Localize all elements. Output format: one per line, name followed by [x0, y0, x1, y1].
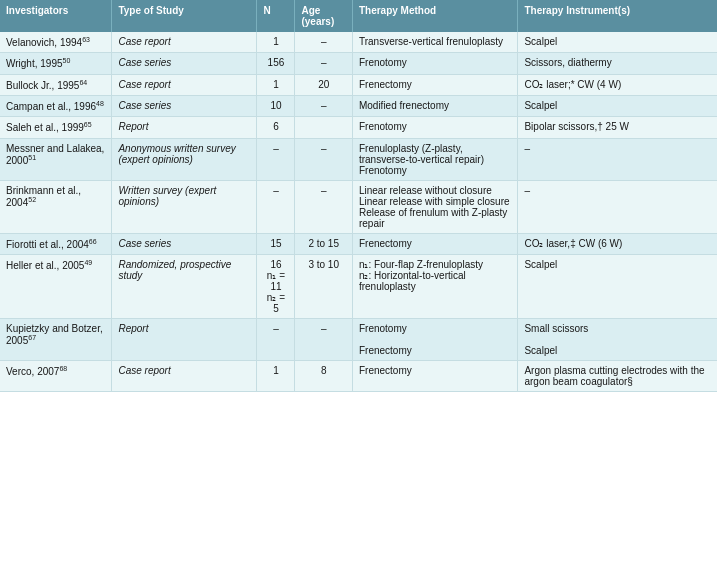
- col-header-age: Age (years): [295, 0, 352, 32]
- therapy-instrument-cell: Argon plasma cutting electrodes with the…: [518, 360, 717, 391]
- therapy-method-cell: Linear release without closure Linear re…: [352, 180, 518, 233]
- n-cell: 6: [257, 117, 295, 138]
- age-cell: 8: [295, 360, 352, 391]
- table-row: Messner and Lalakea, 200051Anonymous wri…: [0, 138, 717, 180]
- therapy-method-cell: Frenotomy Frenectomy: [352, 318, 518, 360]
- therapy-method-cell: Modified frenectomy: [352, 95, 518, 116]
- investigator-cell: Messner and Lalakea, 200051: [0, 138, 112, 180]
- study-type-cell: Case series: [112, 53, 257, 74]
- study-type-cell: Case series: [112, 233, 257, 254]
- study-type-cell: Anonymous written survey (expert opinion…: [112, 138, 257, 180]
- table-row: Brinkmann et al., 200452Written survey (…: [0, 180, 717, 233]
- therapy-method-cell: Frenectomy: [352, 360, 518, 391]
- investigator-cell: Velanovich, 199463: [0, 32, 112, 53]
- therapy-instrument-cell: Scalpel: [518, 95, 717, 116]
- age-cell: 2 to 15: [295, 233, 352, 254]
- investigator-cell: Saleh et al., 199965: [0, 117, 112, 138]
- table-row: Bullock Jr., 199564Case report120Frenect…: [0, 74, 717, 95]
- study-type-cell: Case report: [112, 360, 257, 391]
- table-row: Heller et al., 200549Randomized, prospec…: [0, 254, 717, 318]
- therapy-instrument-cell: CO₂ laser;* CW (4 W): [518, 74, 717, 95]
- study-type-cell: Randomized, prospective study: [112, 254, 257, 318]
- col-header-investigators: Investigators: [0, 0, 112, 32]
- age-cell: –: [295, 180, 352, 233]
- n-cell: 10: [257, 95, 295, 116]
- table-row: Velanovich, 199463Case report1–Transvers…: [0, 32, 717, 53]
- n-cell: –: [257, 138, 295, 180]
- investigator-cell: Campan et al., 199648: [0, 95, 112, 116]
- age-cell: –: [295, 53, 352, 74]
- investigator-cell: Kupietzky and Botzer, 200567: [0, 318, 112, 360]
- n-cell: 1: [257, 74, 295, 95]
- study-type-cell: Case series: [112, 95, 257, 116]
- n-cell: 1: [257, 360, 295, 391]
- study-type-cell: Written survey (expert opinions): [112, 180, 257, 233]
- n-cell: 15: [257, 233, 295, 254]
- n-cell: –: [257, 318, 295, 360]
- therapy-instrument-cell: –: [518, 138, 717, 180]
- therapy-method-cell: Frenotomy: [352, 53, 518, 74]
- table-row: Verco, 200768Case report18FrenectomyArgo…: [0, 360, 717, 391]
- table-row: Wright, 199550Case series156–FrenotomySc…: [0, 53, 717, 74]
- study-type-cell: Report: [112, 318, 257, 360]
- therapy-method-cell: Transverse-vertical frenuloplasty: [352, 32, 518, 53]
- age-cell: –: [295, 318, 352, 360]
- therapy-instrument-cell: –: [518, 180, 717, 233]
- col-header-study-type: Type of Study: [112, 0, 257, 32]
- age-cell: 20: [295, 74, 352, 95]
- n-cell: –: [257, 180, 295, 233]
- investigator-cell: Brinkmann et al., 200452: [0, 180, 112, 233]
- col-header-therapy-method: Therapy Method: [352, 0, 518, 32]
- investigator-cell: Wright, 199550: [0, 53, 112, 74]
- therapy-method-cell: Frenectomy: [352, 74, 518, 95]
- col-header-n: N: [257, 0, 295, 32]
- study-type-cell: Case report: [112, 74, 257, 95]
- therapy-instrument-cell: Scissors, diathermy: [518, 53, 717, 74]
- therapy-instrument-cell: Scalpel: [518, 32, 717, 53]
- investigator-cell: Fiorotti et al., 200466: [0, 233, 112, 254]
- study-type-cell: Report: [112, 117, 257, 138]
- table-row: Saleh et al., 199965Report6FrenotomyBipo…: [0, 117, 717, 138]
- therapy-method-cell: Frenuloplasty (Z-plasty, transverse-to-v…: [352, 138, 518, 180]
- n-cell: 16 n₁ = 11 n₂ = 5: [257, 254, 295, 318]
- n-cell: 156: [257, 53, 295, 74]
- age-cell: –: [295, 95, 352, 116]
- age-cell: –: [295, 32, 352, 53]
- therapy-instrument-cell: Small scissors Scalpel: [518, 318, 717, 360]
- table-row: Campan et al., 199648Case series10–Modif…: [0, 95, 717, 116]
- therapy-instrument-cell: Scalpel: [518, 254, 717, 318]
- main-table: Investigators Type of Study N Age (years…: [0, 0, 717, 392]
- age-cell: [295, 117, 352, 138]
- investigator-cell: Bullock Jr., 199564: [0, 74, 112, 95]
- col-header-therapy-instrument: Therapy Instrument(s): [518, 0, 717, 32]
- therapy-method-cell: n₁: Four-flap Z-frenuloplasty n₂: Horizo…: [352, 254, 518, 318]
- therapy-method-cell: Frenectomy: [352, 233, 518, 254]
- investigator-cell: Heller et al., 200549: [0, 254, 112, 318]
- table-row: Kupietzky and Botzer, 200567Report––Fren…: [0, 318, 717, 360]
- n-cell: 1: [257, 32, 295, 53]
- investigator-cell: Verco, 200768: [0, 360, 112, 391]
- study-type-cell: Case report: [112, 32, 257, 53]
- age-cell: –: [295, 138, 352, 180]
- age-cell: 3 to 10: [295, 254, 352, 318]
- table-row: Fiorotti et al., 200466Case series152 to…: [0, 233, 717, 254]
- therapy-instrument-cell: Bipolar scissors,† 25 W: [518, 117, 717, 138]
- therapy-instrument-cell: CO₂ laser,‡ CW (6 W): [518, 233, 717, 254]
- therapy-method-cell: Frenotomy: [352, 117, 518, 138]
